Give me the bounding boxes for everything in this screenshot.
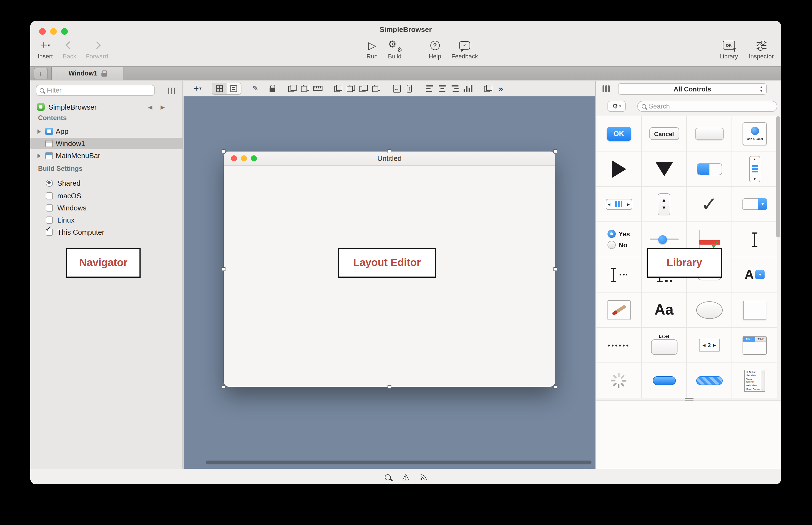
filter-input[interactable] (47, 87, 151, 94)
library-item-down-triangle[interactable] (642, 151, 687, 187)
panes-icon[interactable] (168, 88, 175, 94)
history-back-icon[interactable]: ◀ (148, 104, 152, 110)
library-item-activity-spinner[interactable] (596, 363, 642, 398)
feed-button[interactable] (417, 469, 431, 484)
library-item-font-popup[interactable]: A▼ (732, 257, 777, 292)
target-linux[interactable]: Linux (30, 214, 182, 226)
resize-handle-nw[interactable] (222, 149, 225, 153)
library-settings-button[interactable]: ⚙ ▾ (607, 101, 626, 112)
resize-handle-se[interactable] (553, 385, 557, 389)
tree-item-window1[interactable]: Window1 (30, 138, 182, 149)
zoom-search-button[interactable] (380, 469, 395, 484)
library-item-progress-bar[interactable] (642, 363, 687, 398)
tab-window1[interactable]: Window1 (51, 67, 124, 80)
library-item-tab-panel[interactable]: Tab 1Tab 2 (732, 328, 777, 363)
design-canvas[interactable]: Untitled Layout Editor (183, 97, 595, 469)
library-item-pagination[interactable]: ◀2▶ (687, 328, 732, 363)
library-item-cancel-button[interactable]: Cancel (642, 116, 687, 151)
align-left-button[interactable] (423, 83, 436, 94)
back-toolbar-button[interactable]: Back (63, 39, 76, 60)
library-item-group-box[interactable]: Label (642, 328, 687, 363)
library-search-input[interactable] (649, 103, 773, 110)
run-toolbar-button[interactable]: ▷ Run (367, 39, 378, 60)
design-window-titlebar[interactable]: Untitled (224, 151, 555, 166)
library-item-stepper[interactable]: ▲▼ (642, 187, 687, 222)
library-search-field[interactable] (637, 101, 777, 112)
library-item-checkbox[interactable]: ✓ (687, 187, 732, 222)
library-item-segmented-control[interactable] (687, 151, 732, 187)
move-down-button[interactable] (370, 83, 383, 94)
tree-item-app[interactable]: App (30, 125, 182, 137)
library-item-default-button[interactable] (687, 116, 732, 151)
resize-handle-w[interactable] (222, 267, 225, 271)
library-item-radio-buttons[interactable]: Yes No (596, 222, 642, 257)
ruler-button[interactable] (311, 83, 324, 94)
library-item-password-field[interactable]: •••••• (596, 328, 642, 363)
library-item-bevel-button[interactable]: Icon & Label (732, 116, 777, 151)
align-bottom-button[interactable] (461, 83, 474, 94)
inspector-toolbar-button[interactable]: Inspector (749, 39, 774, 60)
help-toolbar-button[interactable]: ? Help (429, 39, 441, 60)
library-item-oval[interactable] (687, 292, 732, 328)
library-item-combo-box[interactable] (596, 257, 642, 292)
resize-handle-e[interactable] (553, 267, 557, 271)
library-item-disclosure-triangle[interactable] (596, 151, 642, 187)
filter-field[interactable] (36, 85, 155, 96)
library-item-indeterminate-progress[interactable] (687, 363, 732, 398)
close-button[interactable] (39, 28, 46, 35)
library-toolbar-button[interactable]: OK Library (719, 39, 738, 60)
width-button[interactable]: ↔ (390, 83, 403, 94)
target-windows[interactable]: Windows (30, 201, 182, 214)
radio-selected-icon[interactable] (46, 179, 53, 186)
zoom-button[interactable] (61, 28, 68, 35)
resize-handle-ne[interactable] (553, 149, 557, 153)
bring-front-button[interactable] (332, 83, 344, 94)
panel-handle-icon[interactable] (603, 85, 609, 92)
align-center-button[interactable] (436, 83, 449, 94)
checkbox-icon[interactable] (46, 204, 53, 211)
project-row[interactable]: SimpleBrowser ◀ ▶ (37, 101, 177, 112)
resize-handle-n[interactable] (387, 149, 391, 153)
library-item-text-field[interactable] (732, 222, 777, 257)
horizontal-scrollbar[interactable] (206, 461, 591, 464)
library-item-rectangle[interactable] (732, 292, 777, 328)
target-macos[interactable]: macOS (30, 190, 182, 201)
target-shared[interactable]: Shared (30, 177, 182, 189)
add-control-button[interactable]: +▾ (191, 83, 204, 94)
height-button[interactable]: ↕ (403, 83, 416, 94)
list-view-button[interactable] (226, 83, 241, 94)
disclosure-icon[interactable] (38, 153, 41, 158)
align-right-button[interactable] (449, 83, 461, 94)
more-tools-button[interactable]: » (494, 83, 507, 94)
disclosure-icon[interactable] (38, 129, 41, 134)
checkbox-icon[interactable] (46, 216, 53, 223)
history-forward-icon[interactable]: ▶ (161, 104, 165, 110)
tree-item-mainmenubar[interactable]: MainMenuBar (30, 150, 182, 161)
library-item-vertical-scrollbar[interactable]: ▲▼ (732, 151, 777, 187)
library-item-label[interactable]: Aa (642, 292, 687, 328)
move-up-button[interactable] (357, 83, 370, 94)
divider-grip-icon[interactable] (685, 398, 693, 401)
hierarchy-button[interactable] (482, 83, 494, 94)
build-toolbar-button[interactable]: ⚙⚙ Build (388, 39, 402, 60)
library-item-popup-menu[interactable]: ▼ (732, 187, 777, 222)
insert-toolbar-button[interactable]: +▾ Insert (38, 39, 53, 60)
library-item-horizontal-scrollbar[interactable]: ◀▶ (596, 187, 642, 222)
lock-button[interactable] (266, 83, 278, 94)
send-back-button[interactable] (344, 83, 357, 94)
checkbox-icon[interactable] (46, 192, 53, 199)
add-tab-button[interactable]: + (34, 68, 48, 79)
controls-category-dropdown[interactable]: All Controls ▲▼ (618, 83, 767, 95)
edit-mode-button[interactable]: ✎ (249, 83, 262, 94)
minimize-button[interactable] (50, 28, 57, 35)
target-this-computer[interactable]: ✓ This Computer (30, 226, 182, 238)
order-button[interactable] (299, 83, 311, 94)
library-scrollbar[interactable] (776, 116, 780, 237)
resize-handle-sw[interactable] (222, 385, 225, 389)
warnings-button[interactable]: ⚠ (399, 469, 413, 484)
forward-toolbar-button[interactable]: Forward (86, 39, 108, 60)
feedback-toolbar-button[interactable]: ✓ Feedback (452, 39, 478, 60)
grid-view-button[interactable] (212, 83, 226, 94)
library-divider[interactable] (596, 401, 781, 401)
resize-handle-s[interactable] (387, 385, 391, 389)
